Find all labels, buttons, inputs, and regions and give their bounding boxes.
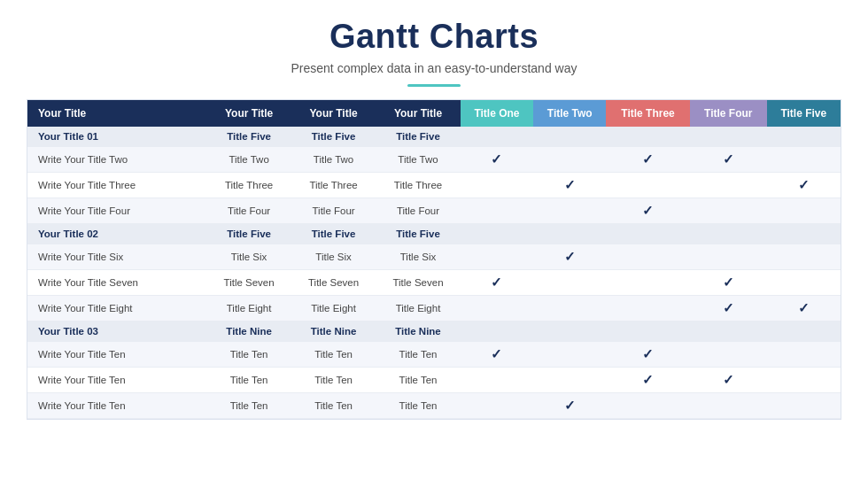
cell-11-3: Title Ten	[376, 393, 460, 419]
cell-3-2: Title Four	[291, 198, 376, 224]
cell-10-5	[533, 368, 606, 393]
col-header-2: Your Title	[291, 100, 376, 127]
check-icon: ✓	[798, 300, 810, 315]
group-header-row: Your Title 01Title FiveTitle FiveTitle F…	[27, 127, 841, 147]
check-icon: ✓	[798, 177, 810, 192]
table-row: Write Your Title FourTitle FourTitle Fou…	[27, 198, 841, 224]
cell-2-2: Title Three	[291, 173, 376, 198]
cell-10-1: Title Ten	[206, 368, 291, 393]
check-icon: ✓	[491, 346, 502, 361]
page-title: Gantt Charts	[329, 18, 539, 56]
gantt-table: Your TitleYour TitleYour TitleYour Title…	[27, 100, 841, 419]
col-header-7: Title Four	[690, 100, 767, 127]
col-header-0: Your Title	[27, 100, 206, 127]
check-icon: ✓	[642, 151, 654, 167]
col-header-5: Title Two	[533, 100, 606, 127]
cell-5-3: Title Six	[376, 244, 460, 270]
cell-5-6	[606, 244, 690, 270]
cell-3-5	[533, 198, 606, 224]
cell-1-7: ✓	[690, 147, 767, 173]
cell-4-2: Title Five	[291, 224, 376, 244]
cell-3-6: ✓	[606, 198, 690, 224]
cell-4-1: Title Five	[206, 224, 291, 244]
cell-8-0: Your Title 03	[27, 321, 206, 342]
cell-3-1: Title Four	[206, 198, 291, 224]
cell-9-2: Title Ten	[291, 342, 376, 368]
cell-6-3: Title Seven	[376, 270, 460, 296]
cell-1-3: Title Two	[376, 147, 460, 173]
check-icon: ✓	[723, 151, 734, 167]
cell-7-3: Title Eight	[376, 296, 460, 321]
cell-11-7	[690, 393, 767, 419]
check-icon: ✓	[564, 249, 576, 264]
cell-2-5: ✓	[533, 173, 606, 198]
cell-6-5	[533, 270, 606, 296]
cell-1-2: Title Two	[291, 147, 376, 173]
table-row: Write Your Title SixTitle SixTitle SixTi…	[27, 244, 841, 270]
cell-8-7	[690, 321, 767, 342]
cell-0-3: Title Five	[376, 127, 460, 147]
cell-7-5	[533, 296, 606, 321]
cell-10-2: Title Ten	[291, 368, 376, 393]
cell-4-7	[690, 224, 767, 244]
group-header-row: Your Title 02Title FiveTitle FiveTitle F…	[27, 224, 841, 244]
table-header: Your TitleYour TitleYour TitleYour Title…	[27, 100, 841, 127]
cell-4-0: Your Title 02	[27, 224, 206, 244]
check-icon: ✓	[642, 203, 654, 218]
cell-6-8	[767, 270, 841, 296]
table-row: Write Your Title TenTitle TenTitle TenTi…	[27, 342, 841, 368]
col-header-1: Your Title	[206, 100, 291, 127]
cell-7-1: Title Eight	[206, 296, 291, 321]
table-row: Write Your Title ThreeTitle ThreeTitle T…	[27, 173, 841, 198]
check-icon: ✓	[723, 300, 734, 315]
cell-11-6	[606, 393, 690, 419]
table-row: Write Your Title SevenTitle SevenTitle S…	[27, 270, 841, 296]
cell-0-6	[606, 127, 690, 147]
check-icon: ✓	[642, 346, 654, 361]
cell-0-5	[533, 127, 606, 147]
cell-6-0: Write Your Title Seven	[27, 270, 206, 296]
cell-3-4	[461, 198, 533, 224]
cell-3-3: Title Four	[376, 198, 460, 224]
check-icon: ✓	[723, 275, 734, 290]
cell-10-8	[767, 368, 841, 393]
cell-2-4	[461, 173, 533, 198]
cell-5-0: Write Your Title Six	[27, 244, 206, 270]
cell-9-6: ✓	[606, 342, 690, 368]
table-row: Write Your Title TwoTitle TwoTitle TwoTi…	[27, 147, 841, 173]
cell-1-8	[767, 147, 841, 173]
cell-8-1: Title Nine	[206, 321, 291, 342]
cell-5-5: ✓	[533, 244, 606, 270]
cell-5-4	[461, 244, 533, 270]
col-header-3: Your Title	[376, 100, 460, 127]
cell-10-0: Write Your Title Ten	[27, 368, 206, 393]
cell-4-6	[606, 224, 690, 244]
cell-0-8	[767, 127, 841, 147]
cell-1-5	[533, 147, 606, 173]
accent-divider	[407, 84, 461, 87]
cell-11-1: Title Ten	[206, 393, 291, 419]
cell-9-5	[533, 342, 606, 368]
header-row: Your TitleYour TitleYour TitleYour Title…	[27, 100, 841, 127]
cell-8-8	[767, 321, 841, 342]
table-row: Write Your Title EightTitle EightTitle E…	[27, 296, 841, 321]
cell-2-7	[690, 173, 767, 198]
col-header-6: Title Three	[606, 100, 690, 127]
cell-9-7	[690, 342, 767, 368]
cell-0-7	[690, 127, 767, 147]
cell-4-4	[461, 224, 533, 244]
cell-5-8	[767, 244, 841, 270]
cell-4-8	[767, 224, 841, 244]
cell-4-3: Title Five	[376, 224, 460, 244]
cell-0-0: Your Title 01	[27, 127, 206, 147]
cell-3-7	[690, 198, 767, 224]
cell-2-1: Title Three	[206, 173, 291, 198]
cell-9-8	[767, 342, 841, 368]
page-subtitle: Present complex data in an easy-to-under…	[291, 61, 577, 75]
check-icon: ✓	[491, 275, 502, 290]
cell-8-5	[533, 321, 606, 342]
table-row: Write Your Title TenTitle TenTitle TenTi…	[27, 393, 841, 419]
cell-5-2: Title Six	[291, 244, 376, 270]
cell-9-1: Title Ten	[206, 342, 291, 368]
cell-1-4: ✓	[461, 147, 533, 173]
